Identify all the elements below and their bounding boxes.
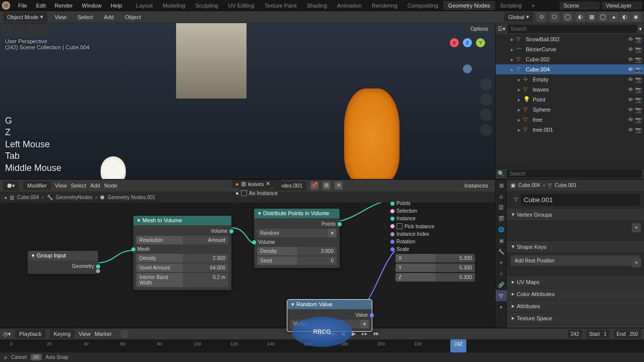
ptab-viewlayer[interactable]: 🖼 [496, 202, 507, 213]
ptab-physics[interactable]: ⚛ [496, 268, 507, 279]
outliner-row[interactable]: ▸▽tree.001👁📷 [496, 125, 644, 135]
node-group-input[interactable]: ▾Group Input Geometry [28, 251, 98, 274]
ge-tree-pin[interactable]: 📌 [310, 182, 318, 190]
ge-obj-link[interactable]: leaves [248, 181, 264, 187]
node-instance-on-points[interactable]: Points Selection Instance Pick Instance … [392, 198, 478, 285]
outliner-type-icon[interactable]: ☰▾ [498, 26, 506, 32]
ge-menu-select[interactable]: Select [71, 183, 87, 189]
mode-dropdown[interactable]: Object Mode ▾ [3, 12, 47, 22]
ge-modifier-dd[interactable]: Modifier [23, 181, 51, 190]
props-search[interactable] [507, 169, 642, 178]
menu-window[interactable]: Window [78, 1, 106, 10]
tab-geonodes[interactable]: Geometry Nodes [443, 1, 495, 10]
shading-matprev-icon[interactable]: ◐ [620, 12, 630, 22]
shading-wire-icon[interactable]: ◯ [598, 12, 608, 22]
ptab-world[interactable]: 🌐 [496, 224, 507, 235]
outliner-row[interactable]: ▸▽Sphere👁📷 [496, 105, 644, 115]
data-name-field[interactable] [521, 194, 640, 206]
ptab-scene[interactable]: 🎬 [496, 213, 507, 224]
menu-file[interactable]: File [14, 1, 31, 10]
tab-modeling[interactable]: Modeling [158, 1, 191, 10]
ptab-particles[interactable]: ✦ [496, 257, 507, 268]
viewlayer-field[interactable]: ViewLayer [602, 2, 642, 10]
tl-view[interactable]: View [78, 331, 91, 337]
outliner-row[interactable]: ▸▽tree👁📷 [496, 115, 644, 125]
ge-tree-unlink[interactable]: ✕ [335, 182, 343, 190]
tab-uv[interactable]: UV Editing [223, 1, 259, 10]
zoom-icon[interactable] [480, 78, 492, 90]
overlay-icon[interactable]: ◐ [576, 12, 586, 22]
v3d-menu-object[interactable]: Object [121, 13, 145, 22]
autokey-icon[interactable] [121, 330, 129, 338]
v3d-menu-select[interactable]: Select [73, 13, 97, 22]
ptab-modifier[interactable]: 🔧 [496, 246, 507, 257]
outliner-row[interactable]: ▸〰BézierCurve👁📷 [496, 44, 644, 54]
viewport-options[interactable]: Options [467, 25, 492, 33]
propedit-icon[interactable]: ◯ [562, 12, 573, 22]
menu-render[interactable]: Render [51, 1, 77, 10]
ptab-data[interactable]: ▽ [496, 290, 507, 301]
ge-tree-copy[interactable]: ⧉ [323, 182, 331, 190]
tab-rendering[interactable]: Rendering [367, 1, 403, 10]
geometry-node-editor[interactable]: ⬢▾ Modifier View Select Add Node ⬢Geomet… [0, 179, 495, 328]
add-rest-btn[interactable]: Add Rest Position [511, 255, 640, 266]
tl-marker[interactable]: Marker [95, 331, 112, 337]
tab-sculpting[interactable]: Sculpting [190, 1, 223, 10]
jump-end-icon[interactable]: ⏭ [371, 329, 381, 338]
shading-solid-icon[interactable]: ● [609, 12, 619, 22]
outliner-row[interactable]: ▸▽SnowBall.002👁📷 [496, 34, 644, 44]
tab-compositing[interactable]: Compositing [403, 1, 443, 10]
outliner-filter-icon[interactable]: ▾ [639, 26, 642, 32]
outliner-row[interactable]: ▸💡Point👁📷 [496, 95, 644, 105]
tab-layout[interactable]: Layout [131, 1, 158, 10]
ge-menu-add[interactable]: Add [90, 183, 100, 189]
ptab-output[interactable]: 🖨 [496, 191, 507, 202]
tool-move[interactable] [26, 25, 37, 36]
outliner-search[interactable] [508, 25, 637, 33]
ptab-constraints[interactable]: 🔗 [496, 279, 507, 290]
scene-field[interactable]: Scene [559, 2, 600, 10]
frame-current[interactable]: 242 [571, 331, 579, 337]
persp-icon[interactable] [480, 124, 492, 136]
ptab-render[interactable]: ▦ [496, 179, 507, 191]
nav-gizmo[interactable]: Z X Y [450, 38, 485, 73]
as-instance-checkbox[interactable] [241, 190, 247, 196]
tool-select[interactable] [14, 25, 25, 36]
ptab-object[interactable]: ▣ [496, 235, 507, 246]
camera-icon[interactable] [480, 109, 492, 121]
node-mesh-to-volume[interactable]: ▾Mesh to Volume Volume ResolutionAmount … [133, 216, 231, 290]
tab-add-workspace[interactable]: + [527, 1, 540, 10]
vg-add[interactable]: + [632, 223, 641, 232]
ge-menu-node[interactable]: Node [104, 183, 117, 189]
tab-shading[interactable]: Shading [302, 1, 332, 10]
timeline-track[interactable]: 242 020406080100120140160180200220242 [0, 339, 644, 352]
3d-viewport[interactable]: Options User Perspective (242) Scene Col… [0, 23, 495, 179]
timeline-type-icon[interactable]: ◷▾ [3, 331, 11, 337]
outliner-row[interactable]: ▸▽Cube.004👁📷 [496, 64, 644, 74]
frame-start[interactable]: 1 [604, 331, 607, 337]
ge-menu-view[interactable]: View [55, 183, 67, 189]
shading-rendered-icon[interactable]: ◉ [631, 12, 641, 22]
pan-icon[interactable] [480, 94, 492, 106]
tl-playback[interactable]: Playback [15, 329, 46, 338]
ge-obj-unlink[interactable]: ✕ [266, 180, 270, 187]
node-distribute-points-volume[interactable]: ▾Distribute Points in Volume Points Rand… [254, 209, 340, 268]
node-random-value[interactable]: ▾Random Value Value Vector▾ [287, 299, 372, 332]
sk-add[interactable]: + [632, 258, 641, 267]
snap-icon[interactable]: ⬡ [549, 12, 559, 22]
tool-cursor[interactable] [2, 25, 13, 36]
menu-edit[interactable]: Edit [32, 1, 50, 10]
tab-animation[interactable]: Animation [332, 1, 367, 10]
outliner-row[interactable]: ▸⊹Empty👁📷 [496, 74, 644, 84]
tl-keying[interactable]: Keying [50, 329, 75, 338]
ptab-material[interactable]: ● [496, 301, 507, 312]
orientation-dropdown[interactable]: Global ▾ [504, 12, 533, 22]
xray-icon[interactable]: ▦ [587, 12, 597, 22]
v3d-menu-add[interactable]: Add [100, 13, 118, 22]
outliner-row[interactable]: ▸▽Cube.002👁📷 [496, 54, 644, 64]
tool-rotate[interactable] [38, 25, 49, 36]
pivot-icon[interactable]: ⊙ [536, 12, 546, 22]
tab-texpaint[interactable]: Texture Paint [259, 1, 301, 10]
ge-editor-type[interactable]: ⬢▾ [3, 181, 19, 191]
tab-scripting[interactable]: Scripting [495, 1, 527, 10]
